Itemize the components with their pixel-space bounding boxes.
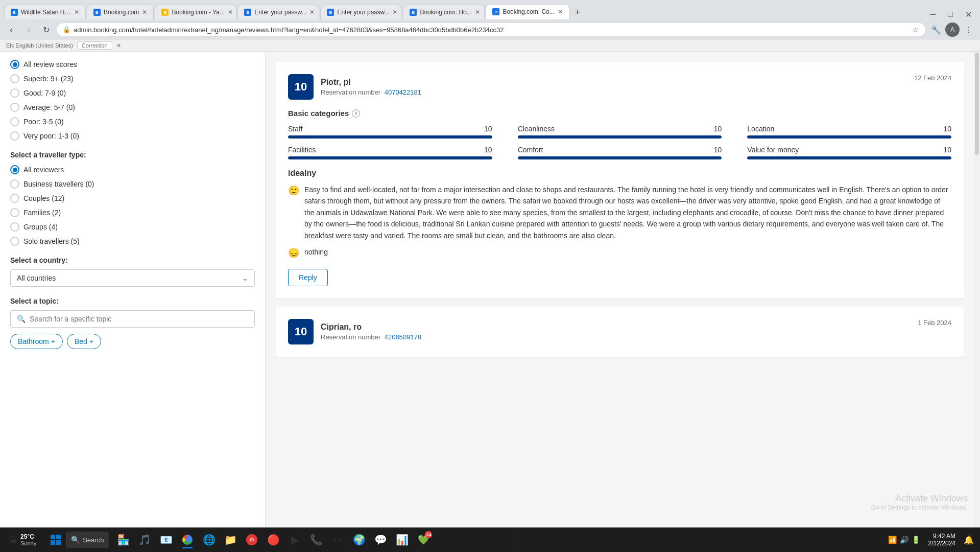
tab-booking-co-active[interactable]: B Booking.com: Co... ✕ xyxy=(486,4,569,19)
tab-close-icon[interactable]: ✕ xyxy=(309,9,315,16)
review-header-2: 10 Ciprian, ro Reservation number 420650… xyxy=(288,319,951,344)
taskbar-center: 🔍 Search xyxy=(46,531,109,542)
tab-enter-pass2[interactable]: B Enter your passw... ✕ xyxy=(320,5,402,19)
radio-groups[interactable] xyxy=(10,222,19,232)
taskbar-app-edge[interactable]: 🌐 xyxy=(199,530,219,542)
score-poor-option[interactable]: Poor: 3-5 (0) xyxy=(10,117,255,126)
taskbar-app-red[interactable]: ⚙ xyxy=(242,530,262,542)
families-option[interactable]: Families (2) xyxy=(10,208,255,217)
reviewer-info-1: 10 Piotr, pl Reservation number 40704221… xyxy=(288,74,421,100)
system-tray[interactable]: 📶 🔊 🔋 xyxy=(886,536,922,542)
menu-button[interactable]: ⋮ xyxy=(962,22,976,37)
tab-favicon: B xyxy=(161,9,169,16)
reply-button-1[interactable]: Reply xyxy=(288,269,328,286)
taskbar-app-edit[interactable]: ✏ xyxy=(327,530,348,542)
tab-wildlife[interactable]: B Wildlife Safari Ho... ✕ xyxy=(4,5,86,19)
taskbar-app-store[interactable]: 🏪 xyxy=(113,530,133,542)
taskbar-app-mail[interactable]: 📧 xyxy=(156,530,176,542)
new-tab-button[interactable]: + xyxy=(570,5,585,19)
country-dropdown[interactable]: All countries ⌄ xyxy=(10,269,255,287)
solo-travellers-option[interactable]: Solo travellers (5) xyxy=(10,237,255,246)
tab-booking-hotel[interactable]: B Booking.com: Ho... ✕ xyxy=(403,5,485,19)
score-filter-section: All review scores Superb: 9+ (23) Good: … xyxy=(10,60,255,141)
radio-very-poor[interactable] xyxy=(10,131,19,141)
close-button[interactable]: ✕ xyxy=(961,10,976,19)
facilities-score: 10 xyxy=(484,146,492,154)
svg-rect-2 xyxy=(51,540,55,542)
correction-close[interactable]: ✕ xyxy=(116,42,121,49)
score-superb-option[interactable]: Superb: 9+ (23) xyxy=(10,74,255,83)
taskbar-app-media2[interactable]: ▶ xyxy=(284,530,305,542)
radio-average[interactable] xyxy=(10,103,19,112)
search-taskbar-button[interactable]: 🔍 Search xyxy=(66,532,109,542)
clock[interactable]: 9:42 AM 2/12/2024 xyxy=(926,533,958,542)
start-button[interactable] xyxy=(46,531,65,542)
reservation-link-1[interactable]: 4070422181 xyxy=(385,88,421,96)
minimize-button[interactable]: ─ xyxy=(926,10,940,19)
score-all-reviewers-option[interactable]: All review scores xyxy=(10,60,255,69)
taskbar-app-media[interactable]: 🎵 xyxy=(134,530,155,542)
radio-all-reviewers[interactable] xyxy=(10,165,19,174)
reservation-link-2[interactable]: 4206509178 xyxy=(385,333,421,341)
info-icon[interactable]: i xyxy=(352,109,360,118)
score-average-option[interactable]: Average: 5-7 (0) xyxy=(10,103,255,112)
address-bar[interactable]: admin.booking.com/hotel/hoteladmin/extra… xyxy=(74,26,910,34)
clock-date: 2/12/2024 xyxy=(928,540,955,542)
couples-option[interactable]: Couples (12) xyxy=(10,194,255,203)
profile-button[interactable]: A xyxy=(945,22,960,37)
bookmark-icon[interactable]: ☆ xyxy=(913,26,919,34)
business-travellers-option[interactable]: Business travellers (0) xyxy=(10,179,255,189)
radio-all-scores[interactable] xyxy=(10,60,19,69)
tab-favicon: B xyxy=(327,9,334,16)
correction-button[interactable]: Correction xyxy=(77,41,112,50)
taskbar-app-phone[interactable]: 📞 xyxy=(306,530,326,542)
location-bar xyxy=(747,135,951,139)
tab-close-icon[interactable]: ✕ xyxy=(74,9,79,16)
score-good-option[interactable]: Good: 7-9 (0) xyxy=(10,88,255,98)
radio-families[interactable] xyxy=(10,208,19,217)
taskbar-app-grid[interactable]: 📊 xyxy=(392,530,412,542)
topic-search-box[interactable]: 🔍 xyxy=(10,310,255,328)
all-reviewers-option[interactable]: All reviewers xyxy=(10,165,255,174)
forward-button[interactable]: › xyxy=(21,22,36,37)
tab-booking-ya[interactable]: B Booking.com - Ya... ✕ xyxy=(155,5,236,19)
score-very-poor-option[interactable]: Very poor: 1-3 (0) xyxy=(10,131,255,141)
business-label: Business travellers (0) xyxy=(23,180,94,188)
taskbar-app-chat[interactable]: 💬 xyxy=(370,530,391,542)
taskbar-app-files[interactable]: 📁 xyxy=(220,530,241,542)
tab-close-icon[interactable]: ✕ xyxy=(558,8,563,15)
radio-business[interactable] xyxy=(10,179,19,189)
tab-close-icon[interactable]: ✕ xyxy=(228,9,233,16)
groups-option[interactable]: Groups (4) xyxy=(10,222,255,232)
notification-button[interactable]: 🔔 xyxy=(962,533,976,542)
weather-widget[interactable]: 🌤 25°C Sunny xyxy=(4,531,40,542)
taskbar-app-browser2[interactable]: 🔴 xyxy=(263,530,283,542)
tab-enter-pass1[interactable]: B Enter your passw... ✕ xyxy=(237,5,319,19)
radio-couples[interactable] xyxy=(10,194,19,203)
tab-close-icon[interactable]: ✕ xyxy=(475,9,480,16)
groups-label: Groups (4) xyxy=(23,223,58,231)
radio-good[interactable] xyxy=(10,88,19,98)
tab-close-icon[interactable]: ✕ xyxy=(392,9,397,16)
taskbar-app-web[interactable]: 🌍 xyxy=(349,530,369,542)
scrollbar[interactable] xyxy=(974,52,980,542)
tab-booking1[interactable]: B Booking.com ✕ xyxy=(87,5,154,19)
radio-solo[interactable] xyxy=(10,237,19,246)
maximize-button[interactable]: □ xyxy=(944,10,957,19)
reviewer-name-2: Ciprian, ro xyxy=(321,323,421,332)
tab-close-icon[interactable]: ✕ xyxy=(142,9,147,16)
negative-review-item: 😞 nothing xyxy=(288,246,951,259)
reload-button[interactable]: ↻ xyxy=(39,22,53,37)
taskbar-app-msg[interactable]: 💚 24 xyxy=(413,530,434,542)
back-button[interactable]: ‹ xyxy=(4,22,18,37)
taskbar-app-chrome[interactable] xyxy=(177,530,198,542)
radio-poor[interactable] xyxy=(10,117,19,126)
topic-search-input[interactable] xyxy=(30,315,248,323)
topic-tag-bathroom[interactable]: Bathroom + xyxy=(10,334,63,349)
extensions-button[interactable]: 🔧 xyxy=(929,22,943,37)
topic-tag-bed[interactable]: Bed + xyxy=(67,334,101,349)
all-reviewers-label: All reviewers xyxy=(23,166,64,174)
tab-favicon: B xyxy=(492,8,499,15)
staff-label: Staff xyxy=(288,125,303,133)
radio-superb[interactable] xyxy=(10,74,19,83)
